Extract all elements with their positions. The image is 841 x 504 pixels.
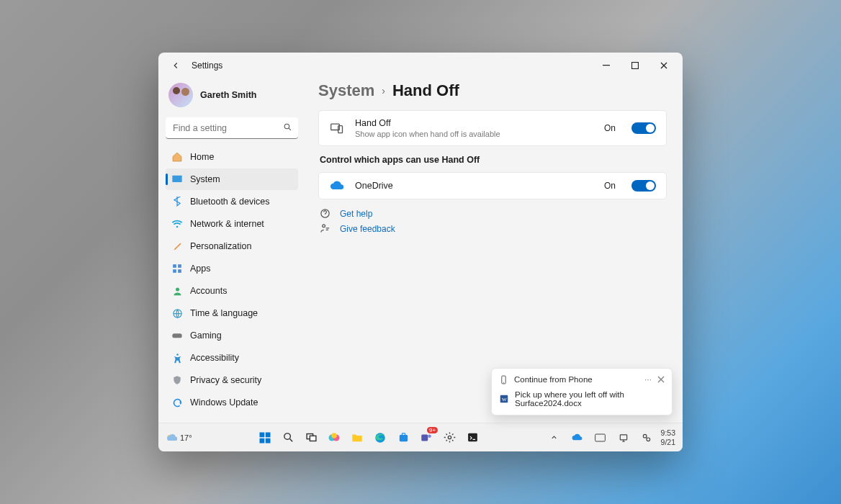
accessibility-icon [171, 352, 183, 364]
sidebar-item-label: Network & internet [190, 219, 264, 229]
back-button[interactable] [166, 55, 186, 76]
copilot-button[interactable] [325, 429, 343, 446]
task-view-button[interactable] [302, 429, 320, 446]
minimize-button[interactable] [592, 55, 621, 76]
svg-point-29 [331, 433, 337, 438]
file-explorer-button[interactable] [348, 429, 366, 446]
search-input[interactable] [166, 117, 298, 139]
handoff-subtitle: Show app icon when hand off is available [355, 130, 594, 138]
breadcrumb-parent[interactable]: System [318, 81, 374, 100]
help-icon [318, 208, 331, 219]
keyboard-icon [595, 433, 606, 442]
teams-button[interactable]: 9+ [418, 429, 435, 446]
weather-widget[interactable]: 17° [166, 432, 192, 444]
svg-rect-6 [173, 269, 176, 273]
sidebar-item-label: Gaming [190, 330, 222, 341]
wifi-small-icon [619, 433, 629, 443]
onedrive-toggle[interactable] [631, 180, 656, 192]
give-feedback-row[interactable]: Give feedback [318, 223, 667, 234]
svg-rect-22 [260, 438, 265, 443]
continue-from-phone-toast[interactable]: Continue from Phone ··· W Pick up where … [491, 368, 673, 415]
toast-body-text: Pick up where you left off with Surface2… [515, 390, 665, 408]
sidebar-item-label: System [190, 174, 220, 184]
gamepad-icon [171, 330, 183, 341]
search-icon [282, 431, 294, 444]
teams-badge: 9+ [427, 427, 438, 433]
toast-more-button[interactable]: ··· [644, 374, 652, 384]
svg-rect-21 [266, 432, 271, 437]
weather-temp: 17° [180, 433, 192, 442]
tray-sound[interactable] [638, 429, 655, 446]
bluetooth-icon [171, 196, 183, 207]
sidebar-item-gaming[interactable]: Gaming [166, 325, 298, 346]
profile-name: Gareth Smith [200, 90, 257, 100]
update-icon [171, 397, 183, 408]
onedrive-card: OneDrive On [318, 172, 667, 199]
sidebar: Gareth Smith Home System Bluetooth & dev… [158, 78, 305, 423]
start-button[interactable] [256, 429, 274, 446]
brush-icon [171, 240, 183, 252]
terminal-button[interactable] [464, 429, 481, 446]
svg-rect-4 [173, 264, 176, 268]
sidebar-item-personalization[interactable]: Personalization [166, 235, 298, 257]
sidebar-item-label: Home [190, 152, 214, 162]
handoff-title: Hand Off [355, 118, 594, 128]
svg-point-15 [322, 225, 325, 228]
breadcrumb-current: Hand Off [392, 81, 459, 100]
handoff-card: Hand Off Show app icon when hand off is … [318, 110, 667, 146]
sidebar-item-apps[interactable]: Apps [166, 258, 298, 279]
maximize-button[interactable] [621, 55, 649, 76]
edge-icon [374, 431, 387, 444]
store-icon [397, 431, 410, 444]
phone-icon [499, 375, 508, 384]
tray-overflow-button[interactable] [546, 429, 563, 446]
sidebar-item-time-language[interactable]: Time & language [166, 302, 298, 324]
app-title: Settings [192, 60, 222, 71]
clock[interactable]: 9:53 9/21 [661, 428, 675, 446]
get-help-row[interactable]: Get help [318, 208, 667, 219]
sidebar-item-home[interactable]: Home [166, 146, 298, 168]
person-icon [171, 285, 183, 297]
profile-block[interactable]: Gareth Smith [166, 78, 298, 117]
store-button[interactable] [395, 429, 412, 446]
nav-list: Home System Bluetooth & devices Network … [166, 146, 298, 414]
search-button[interactable] [279, 429, 297, 446]
task-view-icon [305, 431, 318, 444]
onedrive-state-label: On [604, 181, 616, 191]
sidebar-item-network[interactable]: Network & internet [166, 213, 298, 235]
sidebar-item-privacy[interactable]: Privacy & security [166, 369, 298, 391]
svg-rect-10 [172, 333, 181, 338]
sidebar-item-system[interactable]: System [166, 168, 298, 190]
tray-onedrive[interactable] [569, 429, 586, 446]
handoff-state-label: On [604, 123, 616, 133]
sidebar-item-bluetooth[interactable]: Bluetooth & devices [166, 191, 298, 212]
svg-rect-1 [632, 63, 639, 69]
svg-point-35 [448, 436, 451, 438]
settings-taskbar-button[interactable] [441, 429, 458, 446]
svg-rect-7 [178, 269, 181, 273]
svg-rect-26 [310, 436, 316, 441]
tray-language[interactable] [592, 429, 609, 446]
edge-button[interactable] [372, 429, 389, 446]
svg-rect-13 [338, 126, 343, 133]
sidebar-item-accessibility[interactable]: Accessibility [166, 347, 298, 369]
close-button[interactable] [649, 55, 678, 76]
minimize-icon [603, 62, 610, 69]
svg-point-8 [176, 287, 179, 291]
toast-title: Continue from Phone [514, 375, 639, 384]
svg-rect-31 [399, 435, 407, 441]
toast-close-button[interactable] [657, 376, 665, 383]
sidebar-item-label: Personalization [190, 241, 251, 251]
handoff-toggle[interactable] [631, 122, 656, 134]
svg-point-24 [284, 433, 290, 440]
sidebar-item-label: Privacy & security [190, 375, 261, 385]
tray-network[interactable] [615, 429, 632, 446]
sidebar-item-windows-update[interactable]: Windows Update [166, 392, 298, 413]
svg-rect-38 [620, 434, 626, 439]
arrow-left-icon [171, 60, 181, 71]
svg-rect-37 [595, 434, 606, 441]
windows-icon [258, 431, 271, 444]
sidebar-item-accounts[interactable]: Accounts [166, 280, 298, 302]
copilot-icon [328, 431, 341, 444]
sidebar-item-label: Accounts [190, 286, 227, 296]
